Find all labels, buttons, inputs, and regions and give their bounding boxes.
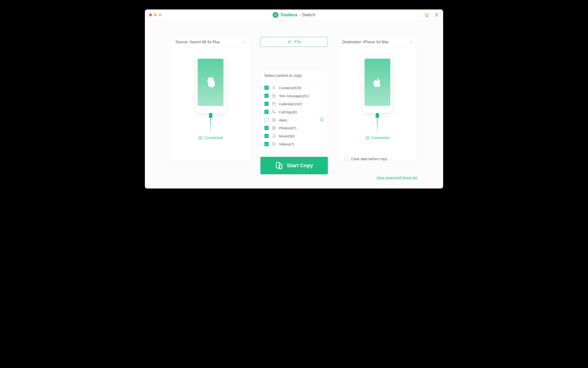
content-item-row: Apps <box>265 116 324 124</box>
content-item-row: Text messages(51) <box>265 92 324 100</box>
source-status-text: Connected <box>205 136 223 140</box>
content-item-label: Apps <box>279 118 287 122</box>
contacts-icon <box>272 85 276 90</box>
start-copy-label: Start Copy <box>287 163 313 169</box>
content-item-checkbox[interactable] <box>265 110 269 114</box>
content-item-label: Contacts(523) <box>279 86 301 90</box>
svg-rect-12 <box>273 119 274 120</box>
app-logo-icon <box>273 12 278 18</box>
app-module-text: - Switch <box>299 12 315 18</box>
messages-icon <box>272 93 276 98</box>
supported-phone-list-link[interactable]: View supported phone list <box>376 175 417 180</box>
check-circle-icon <box>365 136 370 140</box>
window-minimize-button[interactable] <box>154 13 157 16</box>
svg-point-0 <box>426 16 426 17</box>
cable-icon <box>376 113 379 134</box>
content-item-checkbox[interactable] <box>265 86 269 90</box>
content-item-label: Calendar(162) <box>279 102 302 106</box>
content-item-checkbox[interactable] <box>265 142 269 146</box>
destination-status: Connected <box>365 136 390 140</box>
content-item-label: Text messages(51) <box>279 94 309 98</box>
calendar-icon <box>272 101 276 106</box>
titlebar: Toolbox - Switch <box>145 9 443 20</box>
content-item-row: Call logs(5) <box>265 108 324 116</box>
app-title: Toolbox - Switch <box>273 12 315 18</box>
window-controls <box>149 13 161 16</box>
svg-point-6 <box>273 86 275 88</box>
destination-column: Destination: iPhone Xs Max <box>338 37 417 161</box>
svg-rect-13 <box>274 119 275 120</box>
svg-point-3 <box>209 79 210 80</box>
content-select-panel: Select content to copy: Contacts(523)Tex… <box>260 70 328 152</box>
start-copy-button[interactable]: Start Copy <box>260 157 328 174</box>
photos-icon <box>272 126 276 130</box>
svg-point-1 <box>427 16 428 17</box>
videos-icon <box>272 142 276 146</box>
chevron-down-icon <box>409 40 413 44</box>
destination-status-text: Connected <box>371 136 390 140</box>
content-item-label: Videos(7) <box>279 142 294 146</box>
app-window: Toolbox - Switch Source: Xiaomi MI 5s Pl… <box>145 9 443 188</box>
source-label: Source: Xiaomi MI 5s Plus <box>175 40 220 44</box>
content-item-label: Call logs(5) <box>279 110 297 114</box>
svg-point-8 <box>273 96 273 96</box>
content-item-checkbox[interactable] <box>265 118 269 122</box>
clear-before-copy-label: Clear data before copy <box>351 157 387 161</box>
destination-label: Destination: iPhone Xs Max <box>342 40 389 44</box>
middle-column: Flip Select content to copy: Contacts(52… <box>260 37 328 174</box>
svg-point-5 <box>199 136 202 139</box>
clear-before-copy-row: Clear data before copy <box>338 152 417 161</box>
svg-point-22 <box>275 137 275 137</box>
content-item-checkbox[interactable] <box>265 126 269 130</box>
cart-icon[interactable] <box>424 13 429 17</box>
destination-phone-illustration <box>363 54 392 113</box>
info-icon[interactable] <box>320 118 324 122</box>
svg-point-20 <box>273 128 275 129</box>
content-item-row: Calendar(162) <box>265 100 324 108</box>
source-selector[interactable]: Source: Xiaomi MI 5s Plus <box>171 37 250 47</box>
main-content: Source: Xiaomi MI 5s Plus <box>145 20 443 188</box>
svg-rect-19 <box>272 127 275 130</box>
content-item-row: Music(50) <box>265 132 324 140</box>
apple-icon <box>372 77 383 88</box>
source-column: Source: Xiaomi MI 5s Plus <box>171 37 250 161</box>
app-name-text: Toolbox <box>280 12 297 18</box>
window-close-button[interactable] <box>149 13 152 16</box>
svg-point-2 <box>436 13 437 15</box>
content-item-checkbox[interactable] <box>265 102 269 106</box>
content-item-label: Photos(97) <box>279 126 296 130</box>
svg-rect-15 <box>274 120 275 121</box>
source-phone-illustration <box>196 54 225 113</box>
flip-label: Flip <box>294 39 301 44</box>
clear-before-copy-checkbox[interactable] <box>345 156 349 161</box>
chevron-down-icon <box>243 40 246 44</box>
content-items-list: Contacts(523)Text messages(51)Calendar(1… <box>261 81 328 151</box>
cable-icon <box>209 113 212 134</box>
content-item-row: Photos(97) <box>265 124 324 132</box>
android-icon <box>205 77 216 88</box>
svg-rect-11 <box>273 103 275 105</box>
user-icon[interactable] <box>434 13 439 17</box>
svg-marker-24 <box>273 143 275 145</box>
window-zoom-button[interactable] <box>159 13 161 16</box>
check-circle-icon <box>198 136 203 140</box>
content-item-checkbox[interactable] <box>265 94 269 98</box>
svg-point-9 <box>274 96 274 96</box>
content-item-row: Videos(7) <box>265 140 324 148</box>
svg-point-21 <box>273 137 273 138</box>
apps-icon <box>272 118 276 122</box>
source-status: Connected <box>198 136 223 140</box>
swap-icon <box>287 39 292 44</box>
svg-point-27 <box>366 136 369 139</box>
svg-point-10 <box>274 96 275 96</box>
source-card: Source: Xiaomi MI 5s Plus <box>171 37 250 161</box>
content-item-checkbox[interactable] <box>265 134 269 138</box>
flip-button[interactable]: Flip <box>260 37 328 47</box>
destination-card: Destination: iPhone Xs Max <box>338 37 417 161</box>
content-select-title: Select content to copy: <box>261 70 328 81</box>
destination-selector[interactable]: Destination: iPhone Xs Max <box>338 37 417 47</box>
svg-point-4 <box>211 79 212 80</box>
calllogs-icon <box>272 110 276 114</box>
content-item-row: Contacts(523) <box>265 84 324 92</box>
content-item-label: Music(50) <box>279 134 295 138</box>
